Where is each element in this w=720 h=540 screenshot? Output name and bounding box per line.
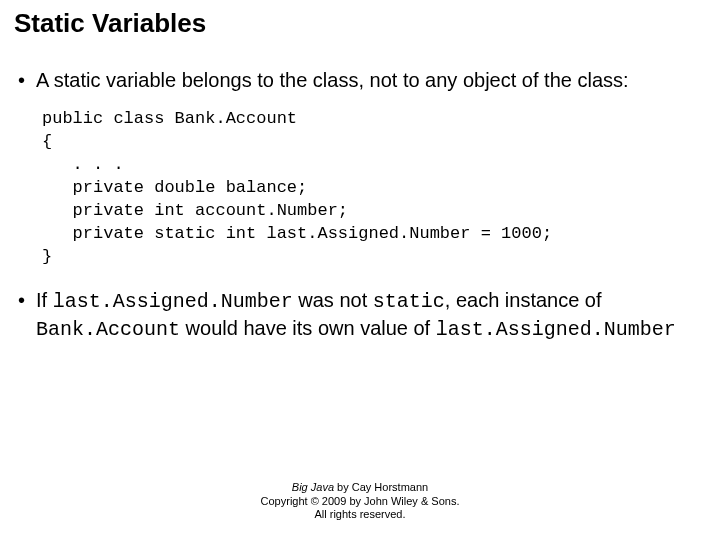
- code-inline: last.Assigned.Number: [53, 290, 293, 313]
- footer-line-2: Copyright © 2009 by John Wiley & Sons.: [0, 495, 720, 509]
- text: was not: [293, 289, 373, 311]
- slide: Static Variables A static variable belon…: [0, 0, 720, 540]
- footer-line-3: All rights reserved.: [0, 508, 720, 522]
- footer: Big Java by Cay Horstmann Copyright © 20…: [0, 481, 720, 522]
- code-inline: last.Assigned.Number: [436, 318, 676, 341]
- code-line: . . .: [42, 155, 124, 174]
- text: If: [36, 289, 53, 311]
- text: would have its own value of: [180, 317, 436, 339]
- code-line: public class Bank.Account: [42, 109, 297, 128]
- code-line: private int account.Number;: [42, 201, 348, 220]
- code-line: private double balance;: [42, 178, 307, 197]
- code-line: private static int last.Assigned.Number …: [42, 224, 552, 243]
- code-line: {: [42, 132, 52, 151]
- text: , each instance of: [445, 289, 602, 311]
- bullet-1: A static variable belongs to the class, …: [14, 67, 706, 94]
- footer-line-1: Big Java by Cay Horstmann: [0, 481, 720, 495]
- code-inline: static: [373, 290, 445, 313]
- code-inline: Bank.Account: [36, 318, 180, 341]
- slide-title: Static Variables: [14, 8, 706, 39]
- code-line: }: [42, 247, 52, 266]
- code-block: public class Bank.Account { . . . privat…: [42, 108, 706, 269]
- bullet-2: If last.Assigned.Number was not static, …: [14, 287, 706, 343]
- author: by Cay Horstmann: [334, 481, 428, 493]
- book-title: Big Java: [292, 481, 334, 493]
